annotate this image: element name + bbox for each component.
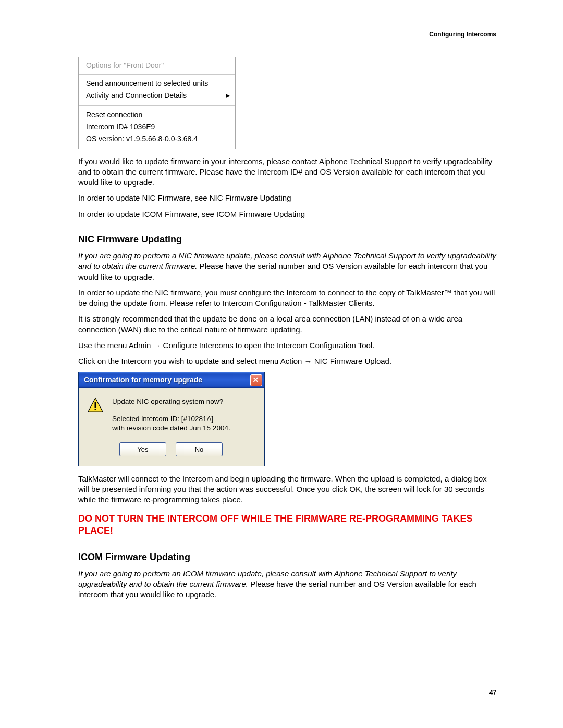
dialog-line: Selected intercom ID: [#10281A] bbox=[112, 414, 230, 424]
warning-icon bbox=[87, 397, 104, 414]
dialog-line: with revision code dated Jun 15 2004. bbox=[112, 424, 230, 433]
paragraph: If you would like to update firmware in … bbox=[78, 156, 496, 188]
menu-item-label: Intercom ID# 1036E9 bbox=[86, 122, 155, 132]
page-number: 47 bbox=[78, 688, 496, 697]
confirmation-dialog: Confirmation for memory upgrade Update N… bbox=[78, 372, 265, 466]
paragraph: In order to update the NIC firmware, you… bbox=[78, 288, 496, 309]
svg-rect-2 bbox=[95, 409, 96, 410]
dialog-question: Update NIC operating system now? bbox=[112, 397, 230, 406]
menu-item-reset[interactable]: Reset connection bbox=[86, 109, 230, 121]
heading-nic: NIC Firmware Updating bbox=[78, 233, 496, 245]
options-menu: Options for "Front Door" Send announceme… bbox=[78, 57, 236, 149]
paragraph: Use the menu Admin → Configure Intercoms… bbox=[78, 340, 496, 351]
paragraph: If you are going to perform an ICOM firm… bbox=[78, 569, 496, 600]
page-footer: 47 bbox=[78, 685, 496, 697]
menu-item-activity[interactable]: Activity and Connection Details ▶ bbox=[86, 90, 230, 102]
paragraph: If you are going to perform a NIC firmwa… bbox=[78, 251, 496, 282]
dialog-titlebar: Confirmation for memory upgrade bbox=[79, 372, 264, 388]
menu-title: Options for "Front Door" bbox=[79, 57, 235, 75]
menu-info-id: Intercom ID# 1036E9 bbox=[86, 121, 230, 133]
footer-rule bbox=[78, 685, 496, 685]
dialog-message: Update NIC operating system now? Selecte… bbox=[112, 397, 230, 433]
yes-button[interactable]: Yes bbox=[119, 442, 166, 456]
menu-info-os: OS version: v1.9.5.66.8-0.0-3.68.4 bbox=[86, 133, 230, 145]
chevron-right-icon: ▶ bbox=[226, 92, 230, 100]
svg-rect-1 bbox=[95, 402, 96, 408]
header-section: Configuring Intercoms bbox=[78, 30, 496, 39]
paragraph: In order to update NIC Firmware, see NIC… bbox=[78, 193, 496, 203]
menu-item-label: Send announcement to selected units bbox=[86, 79, 208, 89]
menu-item-label: OS version: v1.9.5.66.8-0.0-3.68.4 bbox=[86, 134, 198, 144]
header-rule bbox=[78, 41, 496, 41]
close-icon[interactable] bbox=[250, 374, 262, 386]
heading-icom: ICOM Firmware Updating bbox=[78, 551, 496, 563]
menu-item-send[interactable]: Send announcement to selected units bbox=[86, 78, 230, 90]
menu-item-label: Reset connection bbox=[86, 110, 142, 120]
paragraph: Click on the Intercom you wish to update… bbox=[78, 356, 496, 366]
paragraph: It is strongly recommended that the upda… bbox=[78, 314, 496, 335]
paragraph: TalkMaster will connect to the Intercom … bbox=[78, 474, 496, 505]
paragraph: In order to update ICOM Firmware, see IC… bbox=[78, 209, 496, 219]
dialog-title: Confirmation for memory upgrade bbox=[84, 375, 202, 385]
menu-item-label: Activity and Connection Details bbox=[86, 91, 187, 101]
no-button[interactable]: No bbox=[176, 442, 223, 456]
warning-text: DO NOT TURN THE INTERCOM OFF WHILE THE F… bbox=[78, 513, 496, 537]
